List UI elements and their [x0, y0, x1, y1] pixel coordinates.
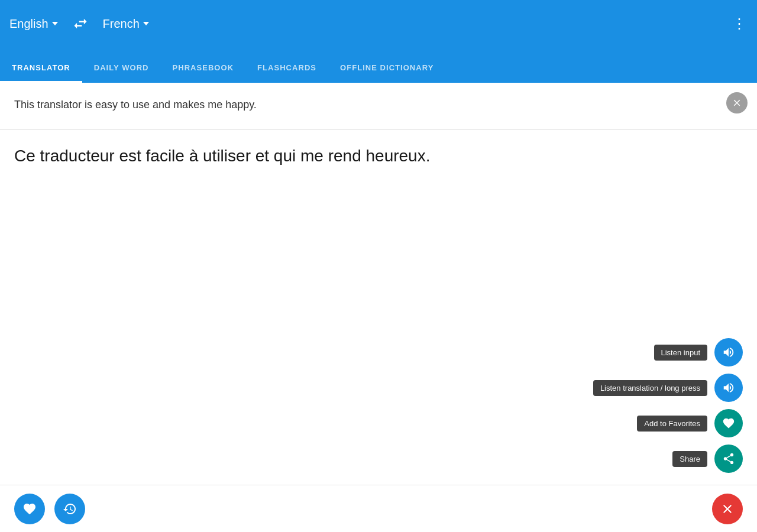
listen-translation-tooltip: Listen translation / long press: [593, 380, 707, 396]
share-tooltip: Share: [672, 451, 707, 467]
swap-icon: [72, 15, 89, 32]
listen-translation-row: Listen translation / long press: [593, 374, 743, 402]
close-button[interactable]: [712, 494, 743, 524]
share-row: Share: [672, 445, 743, 473]
target-language-selector[interactable]: French: [103, 17, 149, 31]
add-to-favorites-button[interactable]: [714, 409, 743, 437]
language-bar: English French ⋮: [0, 0, 757, 47]
navigation-tabs: TRANSLATOR DAILY WORD PHRASEBOOK FLASHCA…: [0, 47, 757, 83]
listen-input-row: Listen input: [654, 338, 743, 366]
tab-offline-dictionary[interactable]: OFFLINE DICTIONARY: [328, 54, 445, 83]
tab-translator[interactable]: TRANSLATOR: [0, 54, 82, 83]
target-lang-arrow-icon: [143, 22, 149, 25]
input-area: This translator is easy to use and makes…: [0, 83, 757, 130]
heart-icon: [722, 417, 735, 430]
source-language-label: English: [9, 17, 48, 31]
history-button[interactable]: [54, 494, 85, 524]
share-icon: [722, 452, 735, 465]
listen-input-tooltip: Listen input: [654, 345, 708, 361]
clear-input-button[interactable]: [726, 92, 748, 113]
listen-input-button[interactable]: [714, 338, 743, 366]
tab-phrasebook[interactable]: PHRASEBOOK: [161, 54, 246, 83]
add-to-favorites-row: Add to Favorites: [637, 409, 743, 437]
bottom-left-actions: [14, 494, 85, 524]
swap-languages-button[interactable]: [72, 15, 89, 32]
tab-flashcards[interactable]: FLASHCARDS: [245, 54, 328, 83]
heart-outline-icon: [22, 502, 37, 516]
translation-text: Ce traducteur est facile à utiliser et q…: [14, 144, 743, 167]
input-text[interactable]: This translator is easy to use and makes…: [14, 97, 743, 113]
listen-translation-button[interactable]: [714, 374, 743, 402]
app-header: English French ⋮ TRANSLATOR DAILY WORD P…: [0, 0, 757, 83]
history-icon: [63, 502, 77, 516]
main-content: This translator is easy to use and makes…: [0, 83, 757, 532]
target-language-label: French: [103, 17, 140, 31]
share-button[interactable]: [714, 445, 743, 473]
close-icon: [720, 502, 735, 516]
translation-area: Ce traducteur est facile à utiliser et q…: [0, 130, 757, 248]
source-lang-arrow-icon: [52, 22, 58, 25]
more-icon: ⋮: [732, 15, 748, 31]
add-to-favorites-tooltip: Add to Favorites: [637, 416, 707, 432]
more-options-button[interactable]: ⋮: [732, 15, 748, 32]
source-language-selector[interactable]: English: [9, 17, 58, 31]
close-icon: [732, 98, 742, 108]
tab-daily-word[interactable]: DAILY WORD: [82, 54, 161, 83]
favorites-button[interactable]: [14, 494, 45, 524]
bottom-bar: [0, 485, 757, 532]
volume-icon: [722, 346, 735, 359]
action-buttons-panel: Listen input Listen translation / long p…: [593, 338, 743, 473]
volume-icon: [722, 381, 735, 394]
